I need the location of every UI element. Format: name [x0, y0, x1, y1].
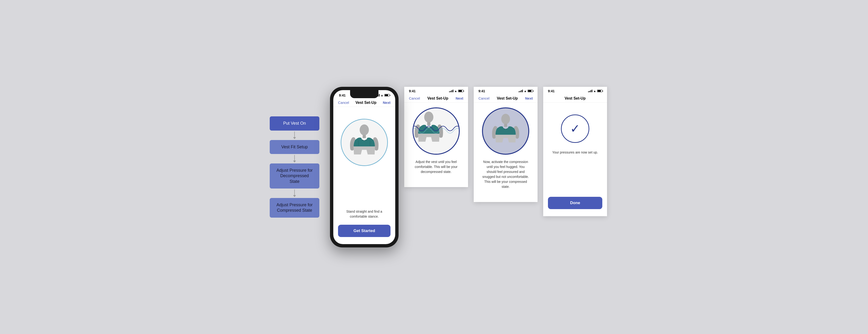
status-bar-4: 9:41 ▲ — [543, 87, 607, 94]
status-bar-2: 9:41 ▲ — [404, 87, 468, 94]
bar4 — [592, 90, 592, 92]
phone-inner: 9:41 ▲ — [333, 90, 395, 244]
svg-rect-1 — [363, 135, 366, 138]
svg-point-0 — [360, 124, 369, 135]
nav-bar-3: Cancel Vest Set-Up Next — [474, 94, 537, 103]
mannequin-circle-3 — [482, 108, 529, 155]
arrow-line — [294, 155, 295, 161]
arrow-head — [293, 137, 296, 139]
mannequin-svg-1 — [349, 123, 380, 161]
wifi-icon-2: ▲ — [454, 89, 457, 93]
mannequin-circle-2 — [412, 108, 460, 155]
main-container: Put Vest On Vest Fit Setup Adjust Pressu… — [269, 87, 599, 247]
screen1-content: Stand straight and find a comfortable st… — [333, 107, 395, 244]
status-icons-2: ▲ — [449, 89, 463, 93]
battery-fill-3 — [528, 90, 531, 92]
flow-step-1: Put Vest On — [270, 116, 319, 130]
done-button[interactable]: Done — [548, 197, 602, 209]
screen2-description: Adjust the vest until you feel comfortab… — [410, 159, 462, 174]
screen3: 9:41 ▲ Cancel Vest Set-Up — [474, 87, 537, 202]
battery-1 — [384, 94, 390, 96]
bar1 — [449, 91, 450, 92]
bar3 — [521, 90, 522, 92]
screen3-description: Now, activate the compression until you … — [479, 159, 532, 189]
signal-bars-2 — [449, 90, 454, 92]
nav-title-2: Vest Set-Up — [427, 96, 448, 100]
bar2 — [450, 91, 451, 92]
status-bar-3: 9:41 ▲ — [474, 87, 537, 94]
screens-container: 9:41 ▲ — [330, 87, 607, 247]
phone-frame: 9:41 ▲ — [330, 87, 399, 247]
bar4 — [453, 90, 454, 92]
battery-2 — [458, 90, 463, 92]
next-button-1[interactable]: Next — [383, 100, 391, 104]
status-time-2: 9:41 — [409, 89, 415, 93]
cancel-button-2[interactable]: Cancel — [409, 96, 420, 100]
battery-fill-2 — [459, 90, 462, 92]
screen4-description: Your pressures are now set up. — [550, 150, 600, 155]
screen2-content: Adjust the vest until you feel comfortab… — [404, 103, 468, 187]
flow-step-2: Vest Fit Setup — [270, 140, 319, 154]
bar2 — [589, 91, 590, 92]
signal-bars-4 — [588, 90, 592, 92]
bar4 — [379, 94, 380, 96]
bar1 — [519, 91, 519, 92]
screen1-description: Stand straight and find a comfortable st… — [338, 209, 390, 219]
next-button-3[interactable]: Next — [525, 96, 533, 100]
nav-bar-2: Cancel Vest Set-Up Next — [404, 94, 468, 103]
screen4-content: ✓ Your pressures are now set up. Done — [543, 103, 607, 216]
mannequin-svg-3 — [491, 113, 520, 149]
svg-point-2 — [424, 112, 434, 123]
cancel-button-3[interactable]: Cancel — [478, 96, 490, 100]
bar2 — [520, 91, 521, 92]
flow-arrow-1 — [293, 131, 296, 139]
nav-title-1: Vest Set-Up — [355, 100, 377, 105]
bar3 — [452, 90, 452, 92]
mannequin-circle-1 — [341, 119, 388, 166]
screen4: 9:41 ▲ Vest Set-Up — [543, 87, 607, 216]
nav-bar-1: Cancel Vest Set-Up Next — [333, 98, 395, 107]
next-button-2[interactable]: Next — [456, 96, 463, 100]
svg-point-4 — [501, 114, 510, 124]
status-time-1: 9:41 — [339, 93, 346, 97]
screen3-content: Now, activate the compression until you … — [474, 103, 537, 202]
arrow-head — [293, 161, 296, 162]
status-icons-4: ▲ — [588, 89, 602, 93]
wifi-icon-1: ▲ — [380, 94, 383, 97]
status-icons-3: ▲ — [519, 89, 533, 93]
check-circle: ✓ — [561, 115, 589, 143]
nav-title-3: Vest Set-Up — [497, 96, 518, 100]
battery-4 — [597, 90, 602, 92]
check-mark-icon: ✓ — [570, 123, 580, 134]
arrow-line — [294, 131, 295, 137]
flow-arrow-3 — [293, 189, 296, 197]
svg-rect-5 — [504, 124, 507, 127]
get-started-button[interactable]: Get Started — [338, 225, 391, 237]
screen2: 9:41 ▲ Cancel Vest Set-Up — [404, 87, 468, 187]
wave-svg — [413, 121, 459, 135]
signal-bars-3 — [519, 90, 523, 92]
cancel-button-1[interactable]: Cancel — [338, 100, 349, 104]
wifi-icon-3: ▲ — [524, 89, 527, 93]
flow-step-4: Adjust Pressure forCompressed State — [270, 198, 319, 218]
bar3 — [590, 90, 591, 92]
flowchart: Put Vest On Vest Fit Setup Adjust Pressu… — [269, 116, 320, 218]
arrow-line — [294, 189, 295, 195]
nav-title-4: Vest Set-Up — [565, 96, 586, 100]
battery-fill-4 — [597, 90, 601, 92]
flow-arrow-2 — [293, 155, 296, 162]
status-time-3: 9:41 — [478, 89, 485, 93]
phone-notch — [350, 90, 378, 98]
nav-bar-4: Vest Set-Up — [543, 94, 607, 103]
arrow-head — [293, 195, 296, 197]
battery-fill-1 — [385, 94, 388, 96]
bar4 — [522, 90, 523, 92]
flow-step-3: Adjust Pressure forDecompressed State — [270, 163, 319, 188]
bar1 — [588, 91, 589, 92]
battery-3 — [528, 90, 533, 92]
wifi-icon-4: ▲ — [593, 89, 596, 93]
status-time-4: 9:41 — [548, 89, 555, 93]
